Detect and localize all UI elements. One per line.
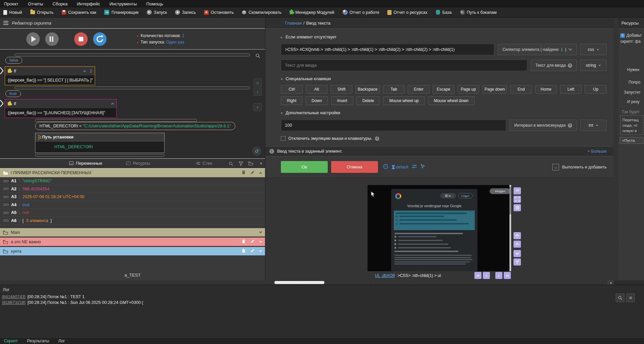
pause-button[interactable]: [45, 32, 59, 46]
open-button[interactable]: Открыть: [30, 10, 54, 15]
play-button[interactable]: [26, 32, 40, 46]
expand-folder-icon[interactable]: [259, 240, 262, 243]
breadcrumb-home-link[interactable]: Главная: [285, 21, 301, 26]
key-button[interactable]: Shift: [330, 85, 352, 94]
vertical-resize-grip[interactable]: [614, 18, 618, 280]
log-search-button[interactable]: [616, 293, 624, 302]
clock-icon[interactable]: [383, 164, 388, 170]
tab-resources[interactable]: Ресурсы: [126, 161, 150, 166]
key-button[interactable]: Up: [585, 85, 607, 94]
jump-to-action-button[interactable]: ↺: [252, 147, 261, 156]
record-button[interactable]: Запись: [175, 10, 196, 15]
menu-project[interactable]: Проект: [4, 1, 19, 6]
more-link[interactable]: + Больше: [588, 149, 607, 154]
key-button[interactable]: Alt: [306, 85, 328, 94]
new-button[interactable]: Новый: [3, 10, 22, 15]
key-button[interactable]: Page down: [482, 85, 507, 94]
expand-folder-icon[interactable]: [259, 249, 262, 252]
collapse-icon[interactable]: [111, 103, 114, 105]
scroll-down-button[interactable]: [514, 250, 521, 257]
timeout-setting[interactable]: default: [391, 165, 409, 169]
drop-zone[interactable]: Перетащ сюда, чт новую в: [620, 115, 643, 135]
key-button[interactable]: Left: [560, 85, 582, 94]
empty-resource-button[interactable]: <Пуста: [620, 137, 643, 144]
key-button[interactable]: Down: [305, 96, 328, 105]
key-button[interactable]: Page up: [458, 85, 479, 94]
ok-button[interactable]: Ок: [281, 161, 328, 173]
tab-variables[interactable]: Переменные: [69, 161, 102, 166]
variable-row[interactable]: A3: 2025-07-06 01:28:24 UTC+04:00: [0, 193, 265, 201]
variable-row[interactable]: A6: [ 3 элемента ]: [0, 217, 265, 225]
key-button[interactable]: Home: [535, 85, 557, 94]
element-link[interactable]: UL .dbXO9: [375, 273, 395, 278]
run-type-value[interactable]: Один раз: [166, 40, 184, 44]
key-button[interactable]: Ctrl: [281, 85, 303, 94]
folder-row-not-important[interactable]: а это NE важно: [0, 238, 265, 246]
edit-folder-icon[interactable]: [251, 249, 255, 254]
assign-variable-block[interactable]: HTML_DERECTORI = "C:/Users/atesfather/Ap…: [35, 122, 235, 130]
database-button[interactable]: База: [436, 10, 452, 15]
save-as-button[interactable]: Сохранить как: [62, 10, 96, 15]
browser-screenshot[interactable]: Inloggen M. Inloggen Voordat je verderga…: [368, 185, 511, 271]
variable-row[interactable]: A5: null: [0, 209, 265, 217]
tab-script[interactable]: Скрипт: [4, 339, 18, 343]
scroll-top-button[interactable]: [514, 232, 521, 239]
install-path-block[interactable]: Путь установки HTML_DERECTORI: [35, 133, 165, 153]
variable-row[interactable]: A2: 566.45354354: [0, 185, 265, 193]
element-prev-button[interactable]: ‹: [483, 272, 490, 279]
key-button[interactable]: End: [510, 85, 532, 94]
delete-group-icon[interactable]: [242, 170, 245, 176]
key-button[interactable]: Enter: [408, 85, 430, 94]
element-last-button[interactable]: •›: [504, 272, 511, 279]
preview-scrollbar[interactable]: [509, 185, 511, 271]
delete-folder-icon[interactable]: [242, 239, 245, 245]
menu-reports[interactable]: Отчеты: [28, 1, 43, 6]
menu-help[interactable]: Помощь: [146, 1, 163, 6]
settings-gear-button[interactable]: [514, 204, 521, 211]
log-menu-button[interactable]: ≡: [626, 293, 635, 302]
interval-input[interactable]: [281, 120, 506, 131]
section-additional-settings[interactable]: ▾ Дополнительные настройки: [281, 111, 607, 115]
help-icon[interactable]: ?: [375, 136, 379, 141]
scrollbar-thumb[interactable]: [274, 281, 324, 284]
delete-folder-icon[interactable]: [242, 249, 245, 254]
tab-results[interactable]: Результаты: [27, 339, 49, 343]
if-block-launched[interactable]: If {{версия_бас}} == "[LAUNCHED] [ЗАПУЩЕ…: [5, 99, 117, 118]
work-report-button[interactable]: Отчет о работе: [343, 10, 379, 15]
menu-interface[interactable]: Интерфейс: [77, 1, 100, 6]
canvas-search-icon[interactable]: [254, 52, 262, 60]
edit-group-icon[interactable]: [251, 170, 255, 176]
threads-value[interactable]: 1: [182, 33, 184, 38]
selector-input[interactable]: [281, 44, 494, 55]
script-flow-canvas[interactable]: false If 1 {{версия_бас}} == "[ SELECT ]…: [0, 50, 265, 158]
key-button[interactable]: Right: [281, 96, 302, 105]
key-button[interactable]: Delete: [356, 96, 380, 105]
key-button[interactable]: Backspace: [355, 85, 380, 94]
interval-type-dropdown[interactable]: int▼: [580, 120, 607, 131]
sliders-icon[interactable]: [412, 164, 417, 170]
key-button[interactable]: Mouse wheel down: [428, 96, 475, 105]
backup-path-button[interactable]: ↻Путь к бэкапам: [460, 10, 497, 15]
nav-left-button[interactable]: ‹: [254, 88, 262, 96]
variables-search-icon[interactable]: [229, 161, 233, 167]
scroll-left-arrow[interactable]: ◂: [608, 280, 614, 285]
variable-row[interactable]: A4: true: [0, 201, 265, 209]
folder-row-hueta[interactable]: хуета: [0, 247, 265, 255]
restart-button[interactable]: [93, 32, 107, 46]
if-block-select[interactable]: If 1 {{версия_бас}} == "[ SELECT ] [ ВЫБ…: [5, 66, 95, 85]
close-icon[interactable]: ×: [260, 161, 262, 166]
edit-folder-icon[interactable]: [251, 239, 255, 244]
menu-tools[interactable]: Инструменты: [110, 1, 137, 6]
folder-row-main[interactable]: Main: [0, 228, 265, 237]
nav-right-button[interactable]: ›: [254, 103, 262, 111]
text-type-dropdown[interactable]: string▼: [580, 60, 607, 71]
disable-emulation-checkbox[interactable]: [281, 136, 286, 141]
horizontal-scrollbar[interactable]: ◂: [0, 280, 614, 285]
log-entry-id[interactable]: [818673218]: [2, 300, 26, 305]
key-button[interactable]: Mouse wheel up: [383, 96, 425, 105]
key-button[interactable]: Tab: [383, 85, 405, 94]
tab-stack[interactable]: Стек: [196, 161, 212, 166]
selector-type-dropdown[interactable]: css▼: [580, 44, 607, 55]
scroll-bottom-button[interactable]: [514, 258, 521, 265]
stop-script-button[interactable]: [74, 32, 88, 46]
